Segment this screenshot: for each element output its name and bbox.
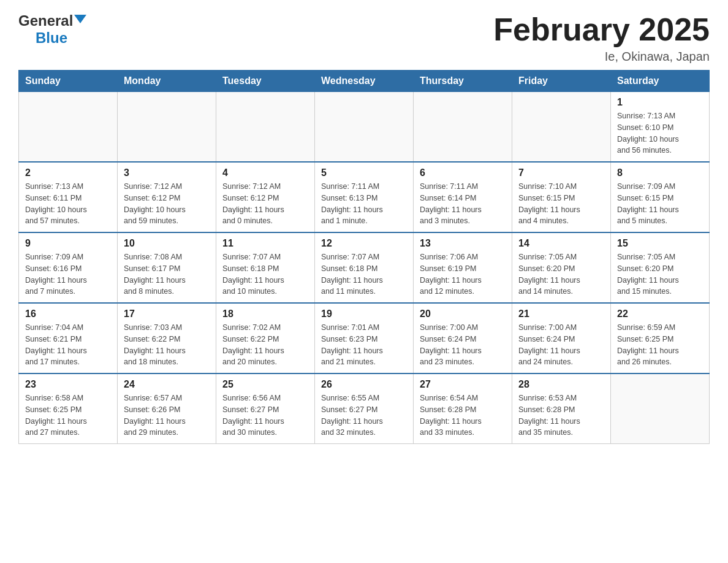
- day-info: Sunrise: 7:06 AM Sunset: 6:19 PM Dayligh…: [420, 251, 506, 297]
- day-info: Sunrise: 6:56 AM Sunset: 6:27 PM Dayligh…: [222, 393, 308, 439]
- weekday-header-wednesday: Wednesday: [315, 71, 414, 92]
- day-number: 12: [321, 238, 407, 249]
- logo: General Blue: [18, 12, 86, 47]
- day-info: Sunrise: 7:11 AM Sunset: 6:14 PM Dayligh…: [420, 181, 506, 227]
- calendar-cell: 14Sunrise: 7:05 AM Sunset: 6:20 PM Dayli…: [512, 232, 611, 303]
- day-info: Sunrise: 7:13 AM Sunset: 6:10 PM Dayligh…: [617, 110, 703, 156]
- day-number: 4: [222, 167, 308, 178]
- day-info: Sunrise: 6:55 AM Sunset: 6:27 PM Dayligh…: [321, 393, 407, 439]
- day-info: Sunrise: 7:09 AM Sunset: 6:16 PM Dayligh…: [25, 251, 111, 297]
- calendar-cell: 17Sunrise: 7:03 AM Sunset: 6:22 PM Dayli…: [118, 303, 216, 373]
- day-number: 17: [124, 308, 210, 320]
- day-number: 14: [518, 238, 604, 249]
- calendar-cell: 28Sunrise: 6:53 AM Sunset: 6:28 PM Dayli…: [512, 373, 611, 444]
- day-number: 3: [124, 167, 210, 178]
- day-info: Sunrise: 7:05 AM Sunset: 6:20 PM Dayligh…: [617, 251, 703, 297]
- calendar-week-row: 1Sunrise: 7:13 AM Sunset: 6:10 PM Daylig…: [19, 92, 710, 163]
- day-info: Sunrise: 7:12 AM Sunset: 6:12 PM Dayligh…: [222, 181, 308, 227]
- day-number: 13: [420, 238, 506, 249]
- calendar-table: SundayMondayTuesdayWednesdayThursdayFrid…: [18, 70, 710, 444]
- calendar-cell: [315, 92, 414, 163]
- day-number: 8: [617, 167, 703, 178]
- day-info: Sunrise: 7:13 AM Sunset: 6:11 PM Dayligh…: [25, 181, 111, 227]
- logo-blue-text: Blue: [36, 29, 67, 46]
- calendar-cell: 27Sunrise: 6:54 AM Sunset: 6:28 PM Dayli…: [414, 373, 512, 444]
- weekday-header-tuesday: Tuesday: [216, 71, 315, 92]
- day-info: Sunrise: 7:10 AM Sunset: 6:15 PM Dayligh…: [518, 181, 604, 227]
- calendar-cell: 3Sunrise: 7:12 AM Sunset: 6:12 PM Daylig…: [118, 162, 216, 232]
- day-number: 10: [124, 238, 210, 249]
- day-number: 6: [420, 167, 506, 178]
- calendar-week-row: 2Sunrise: 7:13 AM Sunset: 6:11 PM Daylig…: [19, 162, 710, 232]
- calendar-cell: 13Sunrise: 7:06 AM Sunset: 6:19 PM Dayli…: [414, 232, 512, 303]
- day-number: 21: [518, 308, 604, 320]
- calendar-cell: 26Sunrise: 6:55 AM Sunset: 6:27 PM Dayli…: [315, 373, 414, 444]
- weekday-header-sunday: Sunday: [19, 71, 118, 92]
- day-info: Sunrise: 7:04 AM Sunset: 6:21 PM Dayligh…: [25, 322, 111, 368]
- calendar-cell: 15Sunrise: 7:05 AM Sunset: 6:20 PM Dayli…: [611, 232, 710, 303]
- calendar-title: February 2025: [493, 12, 710, 47]
- calendar-cell: 8Sunrise: 7:09 AM Sunset: 6:15 PM Daylig…: [611, 162, 710, 232]
- calendar-cell: 10Sunrise: 7:08 AM Sunset: 6:17 PM Dayli…: [118, 232, 216, 303]
- day-info: Sunrise: 7:02 AM Sunset: 6:22 PM Dayligh…: [222, 322, 308, 368]
- day-info: Sunrise: 6:59 AM Sunset: 6:25 PM Dayligh…: [617, 322, 703, 368]
- day-number: 24: [124, 379, 210, 390]
- logo-general-text: General: [18, 12, 73, 29]
- weekday-header-row: SundayMondayTuesdayWednesdayThursdayFrid…: [19, 71, 710, 92]
- day-info: Sunrise: 7:00 AM Sunset: 6:24 PM Dayligh…: [420, 322, 506, 368]
- calendar-cell: 6Sunrise: 7:11 AM Sunset: 6:14 PM Daylig…: [414, 162, 512, 232]
- day-info: Sunrise: 7:05 AM Sunset: 6:20 PM Dayligh…: [518, 251, 604, 297]
- calendar-cell: [118, 92, 216, 163]
- day-number: 5: [321, 167, 407, 178]
- day-info: Sunrise: 7:09 AM Sunset: 6:15 PM Dayligh…: [617, 181, 703, 227]
- day-number: 20: [420, 308, 506, 320]
- day-info: Sunrise: 7:00 AM Sunset: 6:24 PM Dayligh…: [518, 322, 604, 368]
- calendar-cell: 4Sunrise: 7:12 AM Sunset: 6:12 PM Daylig…: [216, 162, 315, 232]
- day-info: Sunrise: 7:03 AM Sunset: 6:22 PM Dayligh…: [124, 322, 210, 368]
- calendar-cell: [512, 92, 611, 163]
- day-info: Sunrise: 7:07 AM Sunset: 6:18 PM Dayligh…: [222, 251, 308, 297]
- title-section: February 2025 Ie, Okinawa, Japan: [493, 12, 710, 64]
- page-header: General Blue February 2025 Ie, Okinawa, …: [18, 12, 710, 64]
- calendar-week-row: 16Sunrise: 7:04 AM Sunset: 6:21 PM Dayli…: [19, 303, 710, 373]
- weekday-header-thursday: Thursday: [414, 71, 512, 92]
- day-number: 16: [25, 308, 111, 320]
- calendar-cell: 21Sunrise: 7:00 AM Sunset: 6:24 PM Dayli…: [512, 303, 611, 373]
- calendar-cell: [414, 92, 512, 163]
- calendar-cell: 16Sunrise: 7:04 AM Sunset: 6:21 PM Dayli…: [19, 303, 118, 373]
- calendar-cell: [611, 373, 710, 444]
- calendar-cell: 9Sunrise: 7:09 AM Sunset: 6:16 PM Daylig…: [19, 232, 118, 303]
- calendar-cell: 20Sunrise: 7:00 AM Sunset: 6:24 PM Dayli…: [414, 303, 512, 373]
- day-number: 23: [25, 379, 111, 390]
- calendar-week-row: 23Sunrise: 6:58 AM Sunset: 6:25 PM Dayli…: [19, 373, 710, 444]
- day-info: Sunrise: 7:11 AM Sunset: 6:13 PM Dayligh…: [321, 181, 407, 227]
- day-info: Sunrise: 6:54 AM Sunset: 6:28 PM Dayligh…: [420, 393, 506, 439]
- day-info: Sunrise: 6:53 AM Sunset: 6:28 PM Dayligh…: [518, 393, 604, 439]
- calendar-week-row: 9Sunrise: 7:09 AM Sunset: 6:16 PM Daylig…: [19, 232, 710, 303]
- calendar-cell: 11Sunrise: 7:07 AM Sunset: 6:18 PM Dayli…: [216, 232, 315, 303]
- day-number: 26: [321, 379, 407, 390]
- day-number: 15: [617, 238, 703, 249]
- calendar-cell: 12Sunrise: 7:07 AM Sunset: 6:18 PM Dayli…: [315, 232, 414, 303]
- calendar-cell: 23Sunrise: 6:58 AM Sunset: 6:25 PM Dayli…: [19, 373, 118, 444]
- day-info: Sunrise: 6:57 AM Sunset: 6:26 PM Dayligh…: [124, 393, 210, 439]
- day-info: Sunrise: 7:12 AM Sunset: 6:12 PM Dayligh…: [124, 181, 210, 227]
- day-number: 7: [518, 167, 604, 178]
- calendar-subtitle: Ie, Okinawa, Japan: [493, 50, 710, 64]
- calendar-cell: 7Sunrise: 7:10 AM Sunset: 6:15 PM Daylig…: [512, 162, 611, 232]
- calendar-cell: 5Sunrise: 7:11 AM Sunset: 6:13 PM Daylig…: [315, 162, 414, 232]
- calendar-cell: 22Sunrise: 6:59 AM Sunset: 6:25 PM Dayli…: [611, 303, 710, 373]
- day-number: 28: [518, 379, 604, 390]
- day-number: 18: [222, 308, 308, 320]
- day-number: 19: [321, 308, 407, 320]
- day-number: 27: [420, 379, 506, 390]
- calendar-cell: [19, 92, 118, 163]
- weekday-header-monday: Monday: [118, 71, 216, 92]
- day-info: Sunrise: 6:58 AM Sunset: 6:25 PM Dayligh…: [25, 393, 111, 439]
- day-number: 25: [222, 379, 308, 390]
- calendar-cell: 19Sunrise: 7:01 AM Sunset: 6:23 PM Dayli…: [315, 303, 414, 373]
- day-info: Sunrise: 7:01 AM Sunset: 6:23 PM Dayligh…: [321, 322, 407, 368]
- weekday-header-friday: Friday: [512, 71, 611, 92]
- weekday-header-saturday: Saturday: [611, 71, 710, 92]
- calendar-cell: 2Sunrise: 7:13 AM Sunset: 6:11 PM Daylig…: [19, 162, 118, 232]
